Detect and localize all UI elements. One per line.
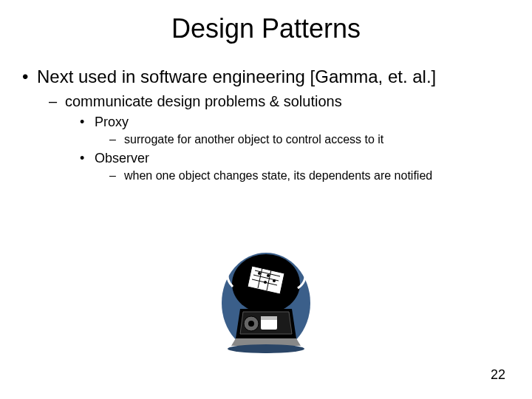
svg-point-8 bbox=[267, 274, 270, 277]
bullet-level4: when one object changes state, its depen… bbox=[21, 169, 511, 183]
page-number: 22 bbox=[491, 367, 505, 383]
svg-point-15 bbox=[228, 344, 304, 353]
slide: Design Patterns Next used in software en… bbox=[0, 0, 532, 399]
bullet-level1: Next used in software engineering [Gamma… bbox=[21, 66, 511, 87]
svg-point-7 bbox=[258, 272, 261, 275]
bullet-level2: communicate design problems & solutions bbox=[21, 93, 511, 110]
bullet-level4: surrogate for another object to control … bbox=[21, 133, 511, 146]
svg-point-14 bbox=[248, 321, 254, 327]
svg-point-9 bbox=[264, 281, 267, 284]
slide-title: Design Patterns bbox=[0, 0, 532, 44]
bullet-level3: Observer bbox=[21, 151, 511, 166]
svg-point-10 bbox=[273, 279, 276, 282]
bullet-level3: Proxy bbox=[21, 115, 511, 130]
clipart-chip-icon bbox=[218, 251, 314, 355]
slide-body: Next used in software engineering [Gamma… bbox=[0, 44, 532, 183]
svg-rect-12 bbox=[261, 316, 277, 320]
